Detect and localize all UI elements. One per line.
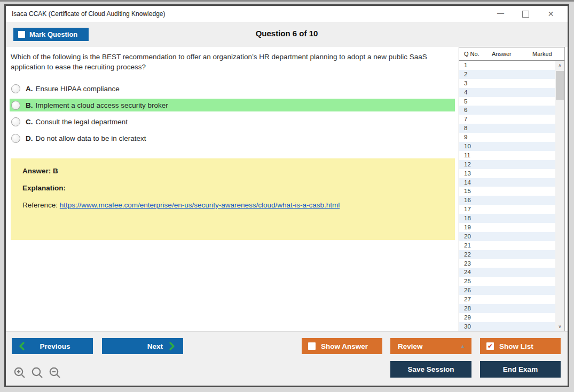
option-row-b[interactable]: B.Implement a cloud access security brok… — [10, 99, 455, 111]
question-list-row[interactable]: 10 — [459, 142, 555, 151]
mark-question-label: Mark Question — [29, 30, 77, 38]
column-qno: Q No. — [464, 51, 492, 57]
review-label: Review — [398, 342, 423, 350]
column-answer: Answer — [492, 51, 532, 57]
option-letter: B. — [26, 101, 33, 109]
check-icon: ✔ — [487, 343, 493, 349]
question-list-header: Q No. Answer Marked — [459, 47, 564, 61]
option-row-d[interactable]: D.Do not allow data to be in cleratext — [10, 132, 455, 145]
show-list-checkbox[interactable]: ✔ — [486, 342, 494, 350]
title-bar: Isaca CCAK (Certificate of Cloud Auditin… — [6, 6, 568, 22]
question-list-row[interactable]: 15 — [459, 187, 555, 196]
question-list-row[interactable]: 30 — [459, 322, 555, 331]
next-label: Next — [147, 342, 163, 350]
end-exam-button[interactable]: End Exam — [480, 361, 561, 378]
question-list-row[interactable]: 2 — [459, 70, 555, 79]
scroll-down-icon[interactable]: ∨ — [555, 322, 564, 331]
question-list-row[interactable]: 19 — [459, 223, 555, 232]
question-text: Which of the following is the BEST recom… — [11, 52, 458, 72]
question-header-strip: Question 6 of 10 Mark Question — [6, 22, 568, 47]
zoom-reset-icon[interactable] — [31, 366, 44, 379]
show-answer-label: Show Answer — [321, 342, 368, 350]
question-list-row[interactable]: 28 — [459, 304, 555, 313]
question-list-row[interactable]: 4 — [459, 88, 555, 97]
question-counter: Question 6 of 10 — [6, 29, 568, 38]
question-list-row[interactable]: 29 — [459, 313, 555, 322]
review-button[interactable]: Review ▲ — [390, 338, 471, 354]
option-text: Do not allow data to be in cleratext — [36, 134, 146, 142]
explanation-box: Answer: B Explanation: Reference: https:… — [11, 158, 455, 240]
window-title: Isaca CCAK (Certificate of Cloud Auditin… — [12, 10, 165, 18]
question-list-row[interactable]: 6 — [459, 106, 555, 115]
zoom-in-icon[interactable] — [13, 366, 26, 379]
zoom-toolbar — [13, 366, 61, 379]
minimize-button[interactable]: — — [488, 6, 513, 22]
question-list-row[interactable]: 22 — [459, 250, 555, 259]
question-list-row[interactable]: 5 — [459, 97, 555, 106]
question-list-row[interactable]: 13 — [459, 169, 555, 178]
question-list-row[interactable]: 23 — [459, 259, 555, 268]
question-list-row[interactable]: 1 — [459, 61, 555, 70]
review-caret-icon: ▲ — [460, 343, 465, 349]
question-list-row[interactable]: 27 — [459, 295, 555, 304]
option-text: Implement a cloud access security broker — [36, 101, 168, 109]
scroll-up-icon[interactable]: ∧ — [555, 61, 564, 70]
question-list-row[interactable]: 12 — [459, 160, 555, 169]
question-list-row[interactable]: 8 — [459, 124, 555, 133]
chevron-right-icon — [169, 342, 175, 350]
option-radio[interactable] — [11, 134, 20, 143]
question-list-row[interactable]: 24 — [459, 268, 555, 277]
option-text: Ensure HIPAA compliance — [36, 85, 120, 93]
reference-line: Reference: https://www.mcafee.com/enterp… — [22, 201, 443, 209]
window-controls: — ✕ — [488, 6, 563, 22]
question-list-row[interactable]: 14 — [459, 178, 555, 187]
question-list-row[interactable]: 16 — [459, 196, 555, 205]
mark-question-checkbox[interactable] — [18, 31, 25, 38]
close-icon: ✕ — [548, 10, 554, 18]
answer-label: Answer: B — [22, 167, 443, 175]
show-list-button[interactable]: ✔ Show List — [480, 338, 561, 354]
option-text: Consult the legal department — [36, 118, 128, 126]
question-list-row[interactable]: 25 — [459, 277, 555, 286]
question-list-row[interactable]: 7 — [459, 115, 555, 124]
question-list-row[interactable]: 20 — [459, 232, 555, 241]
save-session-label: Save Session — [407, 365, 454, 373]
mark-question-button[interactable]: Mark Question — [13, 28, 89, 41]
close-button[interactable]: ✕ — [538, 6, 563, 22]
background-window-edge — [0, 0, 574, 2]
previous-button[interactable]: Previous — [12, 338, 93, 354]
answer-options: A.Ensure HIPAA complianceB.Implement a c… — [10, 82, 455, 148]
reference-label: Reference: — [22, 201, 60, 209]
show-answer-button[interactable]: Show Answer — [302, 338, 382, 354]
chevron-left-icon — [19, 342, 25, 350]
question-list-row[interactable]: 9 — [459, 133, 555, 142]
question-list-row[interactable]: 21 — [459, 241, 555, 250]
reference-link[interactable]: https://www.mcafee.com/enterprise/en-us/… — [60, 201, 340, 209]
question-list-row[interactable]: 18 — [459, 214, 555, 223]
option-row-a[interactable]: A.Ensure HIPAA compliance — [10, 82, 455, 95]
option-radio[interactable] — [11, 117, 20, 126]
zoom-out-icon[interactable] — [49, 366, 61, 379]
save-session-button[interactable]: Save Session — [390, 361, 471, 378]
show-answer-checkbox[interactable] — [308, 342, 316, 350]
question-list-row[interactable]: 17 — [459, 205, 555, 214]
question-list-panel: Q No. Answer Marked 12345678910111213141… — [459, 47, 565, 331]
question-rows: 1234567891011121314151617181920212223242… — [459, 61, 564, 331]
scrollbar-thumb[interactable] — [556, 71, 564, 100]
maximize-icon — [522, 11, 529, 18]
option-letter: D. — [26, 134, 33, 142]
question-list: 1234567891011121314151617181920212223242… — [459, 61, 564, 331]
question-list-scrollbar[interactable]: ∧ ∨ — [555, 61, 564, 331]
option-row-c[interactable]: C.Consult the legal department — [10, 115, 455, 128]
question-list-row[interactable]: 11 — [459, 151, 555, 160]
next-button[interactable]: Next — [102, 338, 183, 354]
minimize-icon: — — [497, 10, 504, 17]
question-list-row[interactable]: 26 — [459, 286, 555, 295]
explanation-label: Explanation: — [22, 184, 443, 192]
maximize-button[interactable] — [513, 6, 538, 22]
option-radio[interactable] — [11, 84, 20, 93]
question-list-row[interactable]: 3 — [459, 79, 555, 88]
option-letter: C. — [26, 118, 33, 126]
option-radio[interactable] — [11, 101, 20, 110]
column-marked: Marked — [532, 51, 564, 57]
